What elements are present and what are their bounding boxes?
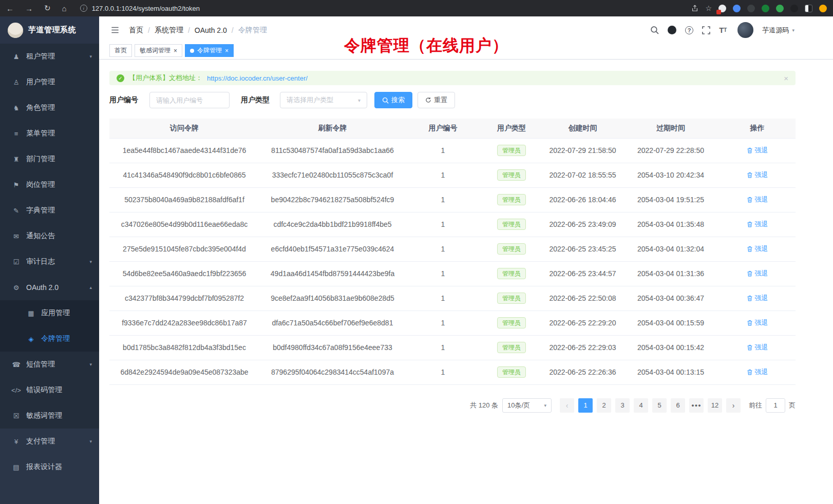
breadcrumb-separator: / [148, 26, 150, 34]
sidebar-item-oauth2-app[interactable]: ▦ 应用管理 [0, 300, 99, 326]
page-size-select[interactable]: 10条/页 ▾ [502, 398, 552, 413]
extension-icon-2[interactable] [733, 5, 741, 12]
extension-icon-4[interactable] [762, 5, 769, 12]
goto-suffix: 页 [789, 401, 796, 410]
force-logout-button[interactable]: 强退 [747, 195, 768, 204]
search-icon[interactable] [650, 26, 659, 34]
sidebar-item-oauth2[interactable]: ⚙ OAuth 2.0 ▴ [0, 275, 99, 300]
goto-page-input[interactable] [766, 398, 785, 413]
fullscreen-icon[interactable] [702, 26, 710, 34]
breadcrumb-item[interactable]: 首页 [129, 26, 143, 35]
user-avatar[interactable] [737, 22, 753, 38]
page-button-2[interactable]: 2 [597, 398, 611, 413]
sidebar-item-menu[interactable]: ≡ 菜单管理 [0, 121, 99, 146]
page-button-3[interactable]: 3 [615, 398, 630, 413]
page-button-5[interactable]: 5 [652, 398, 667, 413]
tab[interactable]: 令牌管理 × [185, 44, 234, 57]
sidebar-item-oauth2-token[interactable]: ◈ 令牌管理 [0, 326, 99, 352]
sidebar-item-sensitive[interactable]: ☒ 敏感词管理 [0, 403, 99, 429]
tab[interactable]: 敏感词管理 × [135, 44, 182, 57]
role-icon: ♞ [11, 104, 22, 112]
breadcrumb-item[interactable]: OAuth 2.0 [195, 26, 227, 34]
sidebar-item-sms[interactable]: ☎ 短信管理 ▾ [0, 352, 99, 377]
page-button-4[interactable]: 4 [634, 398, 648, 413]
tab[interactable]: 首页 [109, 44, 132, 57]
user-type-badge: 管理员 [497, 169, 526, 181]
force-logout-button[interactable]: 强退 [747, 220, 768, 229]
dict-icon: ✎ [11, 207, 22, 215]
page-button-1[interactable]: 1 [578, 398, 593, 413]
trash-icon [747, 197, 753, 203]
sidebar-item-dict[interactable]: ✎ 字典管理 [0, 198, 99, 223]
force-logout-button[interactable]: 强退 [747, 146, 768, 155]
extension-icon-7[interactable] [805, 5, 812, 12]
app-logo[interactable]: 芋道管理系统 [0, 16, 99, 44]
sidebar-item-user[interactable]: ♙ 用户管理 [0, 69, 99, 95]
force-logout-button[interactable]: 强退 [747, 367, 768, 377]
user-menu[interactable]: 芋道源码 ▾ [762, 26, 794, 35]
alert-close-icon[interactable]: × [784, 74, 788, 83]
url-text[interactable]: 127.0.0.1:1024/system/oauth2/token [92, 5, 200, 12]
page-more-button[interactable]: ●●● [689, 398, 704, 413]
extension-icon-3[interactable] [747, 5, 755, 12]
bookmark-star-icon[interactable]: ☆ [705, 4, 712, 12]
sidebar-item-tenant[interactable]: ♟ 租户管理 ▾ [0, 44, 99, 69]
cell-access-token: 1ea5e44f8bc1467aaede43144f31de76 [109, 138, 259, 163]
trash-icon [747, 172, 753, 178]
browser-refresh-icon[interactable]: ↻ [44, 4, 51, 13]
sidebar-item-pay[interactable]: ¥ 支付管理 ▾ [0, 429, 99, 454]
tab-close-icon[interactable]: × [225, 48, 229, 54]
search-button[interactable]: 搜索 [374, 92, 412, 108]
sidebar-item-notice[interactable]: ✉ 通知公告 [0, 223, 99, 249]
menu-label: 租户管理 [26, 52, 55, 61]
extension-icon-8[interactable] [819, 5, 827, 12]
page-button-12[interactable]: 12 [708, 398, 722, 413]
address-bar[interactable]: i 127.0.0.1:1024/system/oauth2/token [67, 5, 692, 12]
sidebar-item-role[interactable]: ♞ 角色管理 [0, 95, 99, 121]
sidebar-fold-icon[interactable] [110, 26, 120, 34]
chevron-down-icon: ▾ [358, 98, 361, 103]
info-alert: ✓ 【用户体系】文档地址： https://doc.iocoder.cn/use… [109, 71, 796, 85]
force-logout-button[interactable]: 强退 [747, 244, 768, 254]
cell-created-time: 2022-07-02 18:55:55 [543, 163, 622, 187]
share-icon[interactable] [691, 5, 698, 12]
sidebar-item-report[interactable]: ▤ 报表设计器 [0, 454, 99, 480]
page-content: ✓ 【用户体系】文档地址： https://doc.iocoder.cn/use… [99, 60, 833, 504]
chevron-down-icon: ▾ [792, 28, 794, 33]
page-button-6[interactable]: 6 [671, 398, 685, 413]
extension-icons[interactable] [718, 5, 827, 12]
site-info-icon[interactable]: i [80, 5, 87, 12]
force-logout-button[interactable]: 强退 [747, 170, 768, 180]
reset-button[interactable]: 重置 [418, 92, 455, 108]
sidebar-item-dept[interactable]: ♜ 部门管理 [0, 146, 99, 172]
breadcrumb-item[interactable]: 系统管理 [155, 26, 183, 35]
user-type-badge: 管理员 [497, 219, 526, 230]
cell-access-token: 6d842e2924594de9a09e45e087323abe [109, 360, 259, 384]
sidebar-item-errorcode[interactable]: </> 错误码管理 [0, 377, 99, 403]
extension-icon-1[interactable] [718, 5, 726, 12]
browser-back-icon[interactable]: ← [6, 4, 14, 13]
force-logout-button[interactable]: 强退 [747, 343, 768, 352]
sidebar-item-post[interactable]: ⚑ 岗位管理 [0, 172, 99, 198]
post-icon: ⚑ [11, 181, 22, 189]
force-logout-button[interactable]: 强退 [747, 269, 768, 278]
user-id-input[interactable] [156, 96, 223, 104]
alert-doc-link[interactable]: https://doc.iocoder.cn/user-center/ [207, 74, 308, 82]
sidebar-item-auditlog[interactable]: ☑ 审计日志 ▾ [0, 249, 99, 275]
help-icon[interactable]: ? [685, 26, 693, 34]
browser-forward-icon[interactable]: → [25, 4, 33, 13]
extension-icon-6[interactable] [790, 5, 798, 12]
user-type-select[interactable]: 请选择用户类型 ▾ [280, 92, 367, 108]
force-logout-button[interactable]: 强退 [747, 294, 768, 303]
font-size-icon[interactable]: TT [719, 26, 727, 34]
github-icon[interactable] [668, 26, 676, 34]
cell-user-id: 1 [406, 163, 480, 187]
force-logout-button[interactable]: 强退 [747, 318, 768, 327]
next-page-button[interactable]: › [726, 398, 741, 413]
cell-access-token: 502375b8040a469a9b82188afdf6af1f [109, 187, 259, 212]
tab-close-icon[interactable]: × [174, 48, 177, 54]
prev-page-button[interactable]: ‹ [560, 398, 574, 413]
browser-home-icon[interactable]: ⌂ [62, 4, 67, 13]
extension-icon-5[interactable] [776, 5, 784, 12]
cell-user-id: 1 [406, 212, 480, 237]
